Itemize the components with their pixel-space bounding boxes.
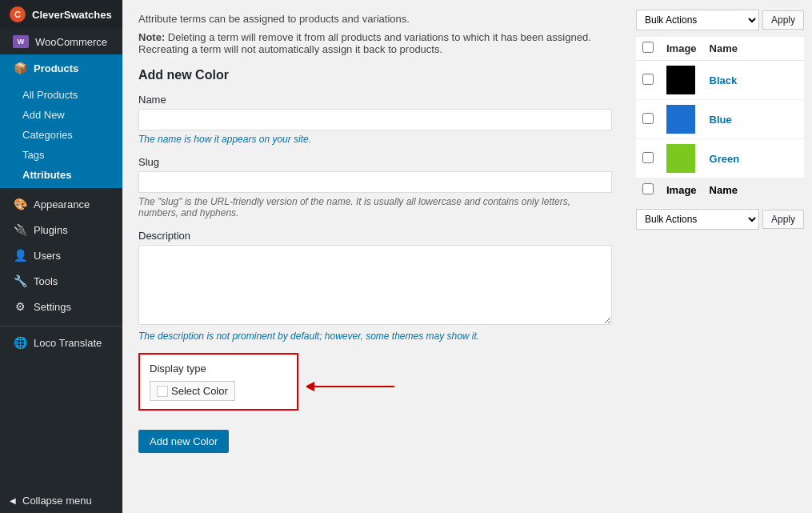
row-image-cell-green [660,139,703,178]
info-text: Attribute terms can be assigned to produ… [138,13,612,25]
sidebar-item-woocommerce[interactable]: W WooCommerce [0,29,122,54]
sidebar-products-label: Products [34,62,78,74]
sidebar-item-users[interactable]: 👤 Users [0,242,122,268]
table-header-row: Image Name [636,37,804,61]
sidebar-users-label: Users [34,250,61,262]
sidebar-loco-label: Loco Translate [34,337,102,349]
row-checkbox-green[interactable] [642,152,654,163]
row-name-cell-green: Green [703,139,804,178]
header-image-col: Image [660,37,703,61]
color-swatch-black [666,66,695,94]
sidebar-woocommerce-label: WooCommerce [35,36,107,48]
sidebar-item-categories[interactable]: Categories [0,125,122,145]
sidebar-item-appearance[interactable]: 🎨 Appearance [0,191,122,217]
row-checkbox-black[interactable] [642,74,654,85]
bulk-actions-top-bar: Bulk Actions Apply [636,10,804,30]
slug-input[interactable] [138,171,612,193]
sidebar-products-submenu: All Products Add New Categories Tags Att… [0,82,122,188]
attributes-table: Image Name Black [636,37,804,202]
table-row: Black [636,61,804,100]
sidebar-settings-label: Settings [34,301,71,313]
sidebar-main-section: 🎨 Appearance 🔌 Plugins 👤 Users 🔧 Tools ⚙… [0,188,122,323]
main-area: Attribute terms can be assigned to produ… [122,0,812,513]
name-hint: The name is how it appears on your site. [138,134,612,145]
name-input[interactable] [138,109,612,130]
apply-top-button[interactable]: Apply [762,10,804,30]
plugins-icon: 🔌 [13,223,27,236]
bulk-actions-bottom-bar: Bulk Actions Apply [636,209,804,230]
sidebar-item-all-products[interactable]: All Products [0,85,122,105]
loco-translate-icon: 🌐 [13,336,27,349]
left-panel: Attribute terms can be assigned to produ… [122,0,628,513]
attributes-table-body: Black Blue Green [636,61,804,178]
appearance-icon: 🎨 [13,198,27,210]
collapse-menu-button[interactable]: ◀ Collapse menu [0,488,122,513]
row-name-cell-blue: Blue [703,100,804,139]
sidebar-item-add-new[interactable]: Add New [0,105,122,125]
woocommerce-icon: W [13,35,29,48]
sidebar-logo-label: CleverSwatches [32,9,112,21]
header-name-col: Name [703,37,804,61]
color-swatch-green [666,144,695,173]
row-name-cell-black: Black [703,61,804,100]
sidebar-tools-label: Tools [34,275,58,287]
sidebar: C CleverSwatches W WooCommerce 📦 Product… [0,0,122,513]
sidebar-item-loco-translate[interactable]: 🌐 Loco Translate [0,330,122,355]
footer-checkbox-cell [636,178,660,202]
content-area: Attribute terms can be assigned to produ… [122,0,812,513]
collapse-menu-label: Collapse menu [22,495,92,507]
red-arrow-indicator [306,379,402,395]
attr-name-green[interactable]: Green [710,153,740,165]
select-color-label: Select Color [171,385,228,397]
products-icon: 📦 [13,61,27,75]
footer-name-col: Name [703,178,804,202]
add-new-color-button[interactable]: Add new Color [138,430,229,453]
bulk-actions-top-select[interactable]: Bulk Actions [636,10,759,30]
right-panel: Bulk Actions Apply Image Name [628,0,812,513]
settings-icon: ⚙ [13,300,27,313]
sidebar-products-section: 📦 Products All Products Add New Categori… [0,54,122,188]
sidebar-item-tools[interactable]: 🔧 Tools [0,268,122,294]
slug-label: Slug [138,156,612,168]
sidebar-item-settings[interactable]: ⚙ Settings [0,294,122,319]
red-arrow-svg [306,379,402,395]
attr-name-black[interactable]: Black [710,74,738,86]
footer-image-col: Image [660,178,703,202]
sidebar-appearance-label: Appearance [34,198,90,210]
color-swatch-preview [157,386,168,397]
description-textarea[interactable] [138,245,612,325]
description-label: Description [138,230,612,242]
sidebar-item-products[interactable]: 📦 Products [0,54,122,82]
attr-name-blue[interactable]: Blue [710,114,732,126]
name-label: Name [138,94,612,106]
sidebar-plugins-label: Plugins [34,224,68,236]
row-checkbox-cell-black [636,61,660,100]
table-row: Blue [636,100,804,139]
row-image-cell-black [660,61,703,100]
row-checkbox-blue[interactable] [642,113,654,124]
sidebar-item-tags[interactable]: Tags [0,145,122,165]
description-hint: The description is not prominent by defa… [138,331,612,342]
row-checkbox-cell-green [636,139,660,178]
sidebar-item-attributes[interactable]: Attributes [0,165,122,185]
color-swatch-blue [666,105,695,134]
select-all-checkbox[interactable] [642,42,654,53]
display-type-label: Display type [150,363,287,375]
apply-bottom-button[interactable]: Apply [762,210,804,229]
sidebar-item-plugins[interactable]: 🔌 Plugins [0,217,122,242]
table-footer-row: Image Name [636,178,804,202]
header-checkbox-cell [636,37,660,61]
collapse-arrow-icon: ◀ [10,496,16,505]
select-color-button[interactable]: Select Color [150,381,235,401]
row-checkbox-cell-blue [636,100,660,139]
row-image-cell-blue [660,100,703,139]
bulk-actions-bottom-select[interactable]: Bulk Actions [636,209,759,230]
sidebar-logo[interactable]: C CleverSwatches [0,0,122,29]
description-field-group: Description The description is not promi… [138,230,612,342]
select-all-footer-checkbox[interactable] [642,183,654,194]
display-type-section: Display type Select Color [138,353,298,411]
slug-field-group: Slug The "slug" is the URL-friendly vers… [138,156,612,218]
name-field-group: Name The name is how it appears on your … [138,94,612,145]
note-text: Note: Note: Deleting a term will remove … [138,31,612,55]
table-row: Green [636,139,804,178]
